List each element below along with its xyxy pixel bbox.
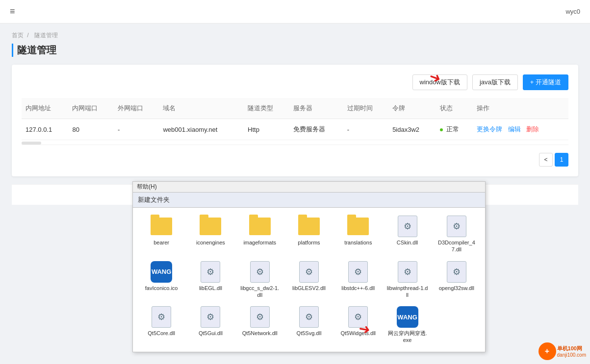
file-item[interactable]: ⚙ libstdc++-6.dll [335,259,381,301]
change-token-button[interactable]: 更换令牌 [477,125,502,133]
tunnel-table: 内网地址 内网端口 外网端口 域名 隧道类型 服务器 过期时间 令牌 状态 操作 [22,98,568,145]
cell-internal-port: 80 [68,119,113,140]
dll-icon: ⚙ [398,216,417,237]
file-item[interactable]: WANG 网云穿内网穿透.exe [385,304,430,346]
delete-button[interactable]: 删除 [526,125,539,133]
file-item[interactable]: iconengines [188,214,233,255]
dll-icon: ⚙ [348,261,368,283]
file-label: libEGL.dll [199,285,222,291]
dll-icon: ⚙ [201,261,220,283]
dll-icon: ⚙ [201,306,220,328]
file-icon: WANG [397,306,418,328]
breadcrumb: 首页 / 隧道管理 [12,31,578,40]
file-label: libGLESV2.dll [292,285,326,291]
file-icon: ⚙ [298,306,320,328]
scroll-row [22,140,568,145]
breadcrumb-current: 隧道管理 [34,32,58,39]
file-item[interactable]: ⚙ Qt5Core.dll [139,304,184,346]
scroll-indicator [22,142,41,145]
page-1-button[interactable]: 1 [555,153,568,167]
folder-icon [249,218,271,235]
file-item[interactable]: ⚙ libgcc_s_dw2-1.dll [237,259,282,301]
file-icon [298,216,320,237]
wang-icon: WANG [151,261,172,283]
file-item[interactable]: imageformats [237,214,282,255]
file-icon: ⚙ [249,261,271,283]
file-label: bearer [154,239,169,246]
main-card: ➜ window版下载 java版下载 + 开通隧道 内网地址 内网端口 外网端… [12,65,578,176]
file-icon: ⚙ [446,261,467,283]
dll-icon: ⚙ [250,306,270,328]
file-item[interactable]: ⚙ Qt5Widgets.dll [335,304,381,346]
watermark-url: danji100.com [557,352,586,358]
file-icon: ⚙ [200,306,221,328]
col-domain: 域名 [159,98,244,119]
file-icon: ⚙ [446,216,467,237]
col-server: 服务器 [289,98,343,119]
file-icon: ⚙ [200,261,221,283]
file-label: opengl32sw.dll [439,285,474,291]
file-item[interactable]: bearer [139,214,184,255]
dll-icon: ⚙ [299,261,319,283]
breadcrumb-separator: / [27,32,28,39]
file-icon: ⚙ [249,306,271,328]
file-item[interactable]: ⚙ libwinpthread-1.dll [385,259,430,301]
file-item[interactable]: WANG favIconico.ico [139,259,184,301]
wang-icon: WANG [397,306,418,328]
tunnel-table-container: 内网地址 内网端口 外网端口 域名 隧道类型 服务器 过期时间 令牌 状态 操作 [22,98,568,145]
status-text: 正常 [446,125,459,133]
folder-icon [298,218,320,235]
file-label: imageformats [243,239,276,246]
dll-icon: ⚙ [398,261,417,283]
prev-page-button[interactable]: < [539,153,553,167]
file-label: libgcc_s_dw2-1.dll [239,285,281,299]
file-icon: ⚙ [151,306,172,328]
status-dot [440,128,443,131]
cell-tunnel-type: Http [244,119,289,140]
pagination: < 1 [22,153,568,167]
file-label: 网云穿内网穿透.exe [386,330,428,344]
col-tunnel-type: 隧道类型 [244,98,289,119]
watermark: + 单机100网 danji100.com [539,342,586,360]
file-item[interactable]: ⚙ D3Dcompiler_47.dll [434,214,479,255]
file-item[interactable]: translations [335,214,381,255]
file-label: Qt5Gui.dll [199,330,223,337]
file-icon [249,216,271,237]
file-icon [151,216,172,237]
file-item[interactable]: platforms [286,214,332,255]
watermark-text: 单机100网 [557,345,586,352]
file-item[interactable]: ⚙ CSkin.dll [385,214,430,255]
cell-expire: - [343,119,388,140]
file-icon: WANG [151,261,172,283]
file-label: CSkin.dll [397,239,418,246]
file-label: libstdc++-6.dll [341,285,375,291]
file-icon [347,216,369,237]
col-expire: 过期时间 [343,98,388,119]
col-external-port: 外网端口 [114,98,159,119]
folder-icon [200,218,221,235]
cell-token: 5idax3w2 [388,119,436,140]
file-item[interactable]: ⚙ opengl32sw.dll [434,259,479,301]
edit-button[interactable]: 编辑 [508,125,521,133]
cell-actions: 更换令牌 编辑 删除 [473,119,568,140]
file-item[interactable]: ⚙ Qt5Gui.dll [188,304,233,346]
file-explorer-window: 帮助(H) 新建文件夹 bearer iconengines imageform… [132,181,486,352]
file-item[interactable]: ⚙ Qt5Network.dll [237,304,282,346]
col-token: 令牌 [388,98,436,119]
file-label: translations [344,239,372,246]
hamburger-menu[interactable]: ≡ [10,6,15,17]
dll-icon: ⚙ [447,261,466,283]
col-internal-ip: 内网地址 [22,98,68,119]
breadcrumb-home[interactable]: 首页 [12,32,24,39]
file-item[interactable]: ⚙ libGLESV2.dll [286,259,332,301]
table-row: 127.0.0.1 80 - web001.xiaomy.net Http 免费… [22,119,568,140]
file-icon: ⚙ [397,216,418,237]
top-navigation: ≡ wyc0 [0,0,590,24]
file-item[interactable]: ⚙ Qt5Svg.dll [286,304,332,346]
file-item[interactable]: ⚙ libEGL.dll [188,259,233,301]
col-internal-port: 内网端口 [68,98,113,119]
file-icon: ⚙ [397,261,418,283]
java-download-button[interactable]: java版下载 [472,74,518,90]
dll-icon: ⚙ [250,261,270,283]
add-tunnel-button[interactable]: + 开通隧道 [523,74,568,90]
